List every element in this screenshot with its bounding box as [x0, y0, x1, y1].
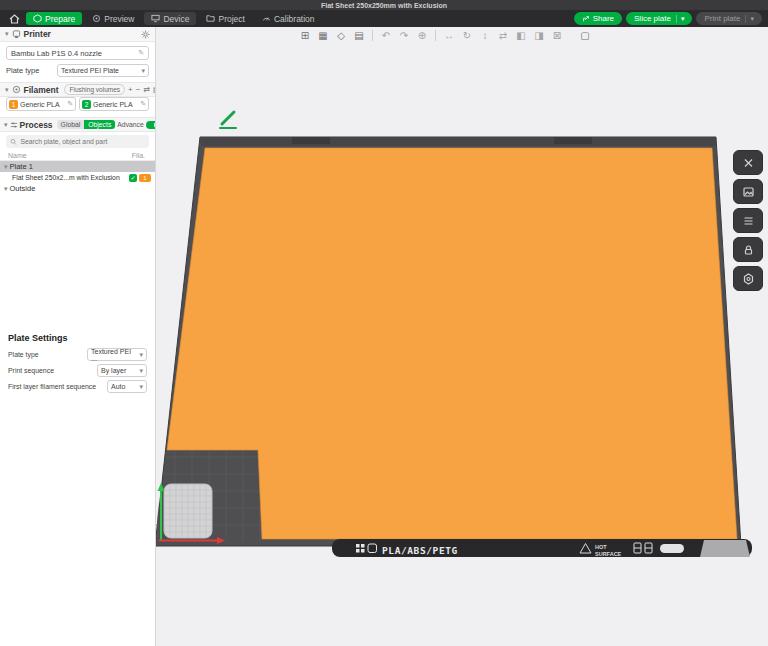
- printer-settings-gear-icon[interactable]: [141, 30, 150, 39]
- ps-first-layer-sequence-label: First layer filament sequence: [8, 383, 96, 390]
- print-plate-button[interactable]: Print plate ▾: [696, 12, 762, 25]
- lock-plate-button[interactable]: [733, 237, 763, 262]
- home-button[interactable]: [6, 12, 22, 25]
- slice-dropdown-icon[interactable]: ▾: [676, 15, 685, 23]
- print-plate-label: Print plate: [704, 14, 740, 23]
- add-plate-icon[interactable]: ▦: [316, 29, 330, 43]
- plate-type-select[interactable]: Textured PEI Plate ▾: [57, 64, 149, 77]
- slice-plate-label: Slice plate: [634, 14, 671, 23]
- close-icon: [741, 156, 756, 170]
- plate-image-button[interactable]: [733, 179, 763, 204]
- tab-calibration-label: Calibration: [274, 14, 315, 24]
- edit-printer-icon[interactable]: ✎: [138, 49, 144, 57]
- printer-section-header[interactable]: ▾ Printer: [0, 27, 155, 42]
- printer-name: Bambu Lab P1S 0.4 nozzle: [11, 49, 102, 58]
- remove-filament-button[interactable]: −: [136, 85, 141, 94]
- tab-device-label: Device: [163, 14, 189, 24]
- redo-icon[interactable]: ↷: [397, 29, 411, 43]
- tab-preview[interactable]: Preview: [85, 12, 141, 25]
- process-section-title: Process: [20, 120, 53, 130]
- image-icon: [741, 185, 756, 199]
- preview-icon: [92, 14, 101, 23]
- tree-row-plate-1[interactable]: ▾ Plate 1: [0, 161, 155, 172]
- printer-select[interactable]: Bambu Lab P1S 0.4 nozzle ✎: [6, 46, 149, 60]
- print-dropdown-icon[interactable]: ▾: [745, 15, 754, 23]
- window-titlebar: Flat Sheet 250x250mm with Exclusion: [0, 0, 768, 10]
- hot-surface-line2: SURFACE: [595, 551, 622, 557]
- tree-row-outside[interactable]: ▾ Outside: [0, 183, 155, 194]
- filament-icon: [12, 85, 21, 94]
- ps-first-layer-sequence-select[interactable]: Auto ▾: [107, 380, 147, 393]
- segment-global[interactable]: Global: [57, 120, 85, 129]
- process-collapse-icon[interactable]: ▾: [4, 121, 8, 129]
- edit-filament-1-icon[interactable]: ✎: [67, 100, 73, 108]
- ps-plate-type-chevron-icon: ▾: [139, 351, 143, 359]
- printer-collapse-icon[interactable]: ▾: [5, 30, 9, 38]
- ps-plate-type-select[interactable]: Textured PEI ... ▾: [87, 348, 147, 361]
- device-icon: [151, 14, 160, 23]
- mirror-tool-icon[interactable]: ⇄: [496, 29, 510, 43]
- ps-first-layer-chevron-icon: ▾: [139, 383, 143, 391]
- text-tool-icon[interactable]: ⊠: [550, 29, 564, 43]
- edit-filament-2-icon[interactable]: ✎: [140, 100, 146, 108]
- tab-device[interactable]: Device: [144, 12, 196, 25]
- segment-objects[interactable]: Objects: [84, 120, 115, 129]
- delete-plate-button[interactable]: [733, 150, 763, 175]
- filament-2-select[interactable]: 2 Generic PLA ✎: [79, 97, 149, 111]
- tab-calibration[interactable]: Calibration: [255, 12, 322, 25]
- advance-toggle[interactable]: [146, 121, 156, 129]
- ps-print-sequence-select[interactable]: By layer ▾: [97, 364, 147, 377]
- plate-top-rim: [200, 137, 716, 146]
- filament-collapse-icon[interactable]: ▾: [5, 86, 9, 94]
- share-button[interactable]: Share: [574, 12, 622, 25]
- assembly-view-icon[interactable]: ▢: [578, 29, 592, 43]
- sidebar: ▾ Printer Bambu Lab P1S 0.4 nozzle ✎ Pla…: [0, 27, 156, 646]
- ps-print-sequence-label: Print sequence: [8, 367, 54, 374]
- move-tool-icon[interactable]: ↔: [442, 29, 456, 43]
- filament-1-select[interactable]: 1 Generic PLA ✎: [6, 97, 76, 111]
- viewport-3d[interactable]: PLA/ABS/PETG HOT SURFACE: [156, 27, 768, 646]
- plate-tools: [733, 150, 763, 291]
- undo-icon[interactable]: ↶: [379, 29, 393, 43]
- process-section-header[interactable]: ▾ Process Global Objects Advance ▤: [0, 117, 155, 132]
- tab-project-label: Project: [218, 14, 244, 24]
- sync-filament-icon[interactable]: ⇄: [143, 85, 150, 94]
- plate-settings-panel: Plate Settings Plate type Textured PEI .…: [0, 329, 155, 400]
- split-icon[interactable]: ⊕: [415, 29, 429, 43]
- object-filament-badge[interactable]: 1: [139, 174, 151, 182]
- search-icon: [10, 138, 17, 146]
- flushing-volumes-button[interactable]: Flushing volumes: [64, 84, 125, 95]
- column-name: Name: [8, 152, 27, 159]
- plate-1-label: Plate 1: [10, 162, 33, 171]
- filament-section-title: Filament: [24, 85, 59, 95]
- rotate-tool-icon[interactable]: ↻: [460, 29, 474, 43]
- orient-icon[interactable]: ▤: [352, 29, 366, 43]
- add-object-icon[interactable]: ⊞: [298, 29, 312, 43]
- viewport-toolbar: ⊞ ▦ ◇ ▤ ↶ ↷ ⊕ ↔ ↻ ↕ ⇄ ◧ ◨ ⊠ ▢: [298, 28, 592, 43]
- tree-row-object[interactable]: Flat Sheet 250x2...m with Exclusion ✓ 1: [0, 172, 155, 183]
- outside-collapse-icon[interactable]: ▾: [4, 185, 8, 193]
- add-filament-button[interactable]: +: [128, 85, 133, 94]
- scale-tool-icon[interactable]: ↕: [478, 29, 492, 43]
- seam-tool-icon[interactable]: ◨: [532, 29, 546, 43]
- printer-icon: [12, 30, 21, 39]
- tab-project[interactable]: Project: [199, 12, 251, 25]
- filament-section-header[interactable]: ▾ Filament Flushing volumes + − ⇄ ▤: [0, 82, 155, 97]
- plate-type-label: Plate type: [6, 66, 39, 75]
- search-input[interactable]: [20, 138, 145, 145]
- lock-icon: [741, 243, 756, 257]
- plate-material-label: PLA/ABS/PETG: [382, 545, 458, 556]
- project-icon: [206, 14, 215, 23]
- arrange-icon[interactable]: ◇: [334, 29, 348, 43]
- tab-prepare[interactable]: Prepare: [26, 12, 82, 25]
- paint-tool-icon[interactable]: ◧: [514, 29, 528, 43]
- plate-front-tab: [700, 540, 750, 557]
- plate-settings-button[interactable]: [733, 266, 763, 291]
- process-icon: [10, 121, 18, 129]
- ps-plate-type-value: Textured PEI ...: [91, 348, 137, 362]
- ps-print-sequence-value: By layer: [101, 367, 126, 374]
- plate-1-collapse-icon[interactable]: ▾: [4, 163, 8, 171]
- printable-checkbox[interactable]: ✓: [129, 174, 137, 182]
- slice-plate-button[interactable]: Slice plate ▾: [626, 12, 692, 25]
- plate-list-button[interactable]: [733, 208, 763, 233]
